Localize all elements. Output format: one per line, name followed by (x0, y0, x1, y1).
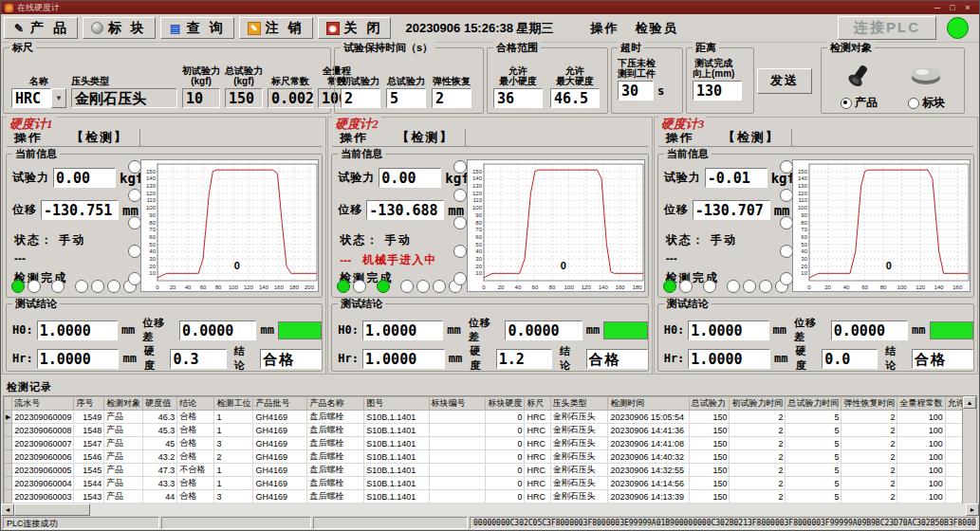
table-cell[interactable] (429, 490, 486, 504)
table-cell[interactable]: 5 (786, 411, 841, 424)
table-cell[interactable]: 47.3 (143, 464, 177, 477)
table-cell[interactable]: 100 (897, 477, 945, 490)
table-cell[interactable]: 合格 (177, 477, 214, 490)
table-row[interactable]: 2023090600041544产品43.3合格1GH4169盘后螺栓S10B.… (5, 477, 976, 490)
table-cell[interactable]: S10B.1.1401 (364, 464, 429, 477)
table-cell[interactable]: 20230906 14:32:55 (608, 464, 689, 477)
table-cell[interactable]: 202309060008 (12, 424, 74, 437)
table-cell[interactable]: 金刚石压头 (550, 477, 608, 490)
column-header[interactable]: 流水号 (12, 397, 74, 411)
table-cell[interactable]: 20230906 14:40:32 (608, 450, 689, 464)
table-cell[interactable]: 202309060003 (12, 490, 74, 504)
hold-f1-value[interactable]: 2 (341, 88, 380, 108)
table-cell[interactable]: 1544 (74, 477, 104, 490)
table-cell[interactable]: HRC (525, 477, 550, 490)
table-cell[interactable]: 盘后螺栓 (307, 437, 364, 450)
table-cell[interactable]: 2 (841, 437, 897, 450)
table-cell[interactable]: HRC (525, 490, 550, 504)
table-cell[interactable]: 43.3 (143, 477, 177, 490)
table-cell[interactable]: 100 (897, 424, 945, 437)
table-row[interactable]: 2023090600031543产品44合格3GH4169盘后螺栓S10B.1.… (5, 490, 976, 504)
table-cell[interactable]: S10B.1.1401 (364, 490, 429, 504)
table-cell[interactable]: S10B.1.1401 (364, 424, 429, 437)
column-header[interactable]: 标块编号 (429, 397, 486, 411)
column-header[interactable]: 硬度值 (143, 397, 177, 411)
column-header[interactable]: 压头类型 (550, 397, 608, 411)
table-cell[interactable]: 202309060006 (12, 450, 74, 464)
table-row[interactable]: 2023090600071547产品45合格3GH4169盘后螺栓S10B.1.… (5, 437, 976, 450)
column-header[interactable]: 弹性恢复时间 (841, 397, 897, 411)
minimize-button[interactable]: ─ (930, 2, 945, 13)
table-cell[interactable]: 盘后螺栓 (307, 411, 364, 424)
table-cell[interactable]: S10B.1.1401 (364, 437, 429, 450)
table-cell[interactable]: 20230906 15:05:54 (608, 411, 689, 424)
table-cell[interactable]: 5 (786, 450, 841, 464)
tab-detect[interactable]: 【检测】 (69, 129, 140, 146)
scroll-up-icon[interactable]: ▲ (963, 396, 976, 409)
table-cell[interactable]: 150 (689, 411, 730, 424)
column-header[interactable]: 初试验力时间 (730, 397, 786, 411)
column-header[interactable]: 产品批号 (253, 397, 307, 411)
table-cell[interactable]: 150 (689, 437, 730, 450)
table-cell[interactable]: 2 (841, 424, 897, 437)
timeout-value[interactable]: 30 (618, 81, 654, 101)
column-header[interactable]: 检测对象 (104, 397, 143, 411)
table-cell[interactable]: 5 (786, 424, 841, 437)
table-cell[interactable]: 100 (897, 464, 945, 477)
table-cell[interactable]: 0 (486, 437, 525, 450)
scrollbar-track[interactable] (90, 504, 966, 516)
column-header[interactable]: 结论 (177, 397, 214, 411)
table-cell[interactable]: 不合格 (177, 464, 214, 477)
hold-f2-value[interactable]: 5 (386, 88, 426, 108)
table-cell[interactable]: GH4169 (253, 411, 307, 424)
column-header[interactable]: 全量程常数 (897, 397, 945, 411)
column-header[interactable]: 标块硬度 (486, 397, 525, 411)
table-cell[interactable]: 5 (786, 464, 841, 477)
table-cell[interactable]: 盘后螺栓 (307, 464, 364, 477)
table-cell[interactable]: 0 (486, 490, 525, 504)
table-cell[interactable]: 盘后螺栓 (307, 424, 364, 437)
table-cell[interactable]: HRC (525, 411, 550, 424)
table-cell[interactable]: 产品 (104, 490, 143, 504)
table-cell[interactable]: 100 (897, 437, 945, 450)
table-cell[interactable]: 盘后螺栓 (307, 477, 364, 490)
row-selector[interactable] (5, 477, 12, 490)
table-cell[interactable]: 1543 (74, 490, 104, 504)
column-header[interactable]: 序号 (74, 397, 104, 411)
table-cell[interactable]: 44 (143, 490, 177, 504)
send-button[interactable]: 发送 (757, 68, 812, 94)
table-cell[interactable]: S10B.1.1401 (364, 450, 429, 464)
table-cell[interactable]: 46.3 (143, 411, 177, 424)
table-cell[interactable]: GH4169 (253, 477, 307, 490)
logout-button[interactable]: ✎ 注 销 (239, 17, 313, 39)
table-cell[interactable]: GH4169 (253, 437, 307, 450)
table-cell[interactable]: 1 (214, 464, 253, 477)
table-cell[interactable]: 产品 (104, 411, 143, 424)
table-cell[interactable]: 金刚石压头 (550, 464, 608, 477)
column-header[interactable]: 图号 (364, 397, 429, 411)
column-header[interactable]: 检测工位 (214, 397, 253, 411)
table-cell[interactable]: 1546 (74, 450, 104, 464)
table-cell[interactable]: 202309060005 (12, 464, 74, 477)
table-cell[interactable]: 合格 (177, 424, 214, 437)
table-cell[interactable]: 2 (841, 411, 897, 424)
table-cell[interactable]: 1549 (74, 411, 104, 424)
hold-f3-value[interactable]: 2 (432, 88, 472, 108)
table-cell[interactable]: 2 (730, 424, 786, 437)
table-cell[interactable]: 2 (730, 411, 786, 424)
row-selector[interactable] (5, 490, 12, 504)
table-cell[interactable]: S10B.1.1401 (364, 411, 429, 424)
table-cell[interactable]: 20230906 14:14:56 (608, 477, 689, 490)
connect-plc-button[interactable]: 连接PLC (838, 16, 936, 40)
table-cell[interactable]: HRC (525, 464, 550, 477)
table-cell[interactable]: 202309060007 (12, 437, 74, 450)
table-cell[interactable]: 合格 (177, 411, 214, 424)
maximize-button[interactable]: □ (945, 2, 960, 13)
target-radio-0[interactable]: 产品 (841, 95, 878, 111)
table-cell[interactable]: 0 (486, 411, 525, 424)
table-row[interactable]: ▶2023090600091549产品46.3合格1GH4169盘后螺栓S10B… (5, 411, 976, 424)
table-cell[interactable]: 5 (786, 437, 841, 450)
table-cell[interactable]: 150 (689, 490, 730, 504)
table-cell[interactable]: 产品 (104, 464, 143, 477)
table-cell[interactable]: 产品 (104, 477, 143, 490)
